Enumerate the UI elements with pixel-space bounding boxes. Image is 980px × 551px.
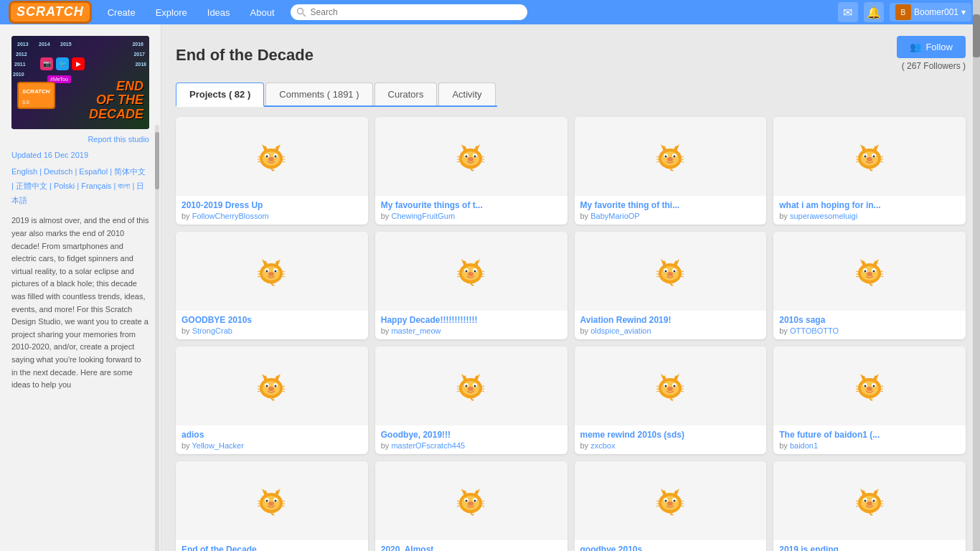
tab-projects[interactable]: Projects ( 82 ) [176,83,264,107]
banner-year-2012: 2012 [16,52,27,57]
author-link[interactable]: OTTOBOTTO [790,326,839,335]
author-link[interactable]: StrongCrab [192,326,232,335]
project-card[interactable]: The future of baidon1 (... by baidon1 [773,347,966,454]
author-link[interactable]: baidon1 [790,441,818,450]
username: Boomer001 [914,7,958,17]
scratch-3-logo: SCRATCH 3.0 [17,82,55,109]
language-links[interactable]: English | Deutsch | Español | 简体中文 | 正體中… [11,165,149,207]
project-title[interactable]: My favourite things of t... [381,200,562,210]
project-author: by OTTOBOTTO [779,326,960,335]
svg-point-230 [872,499,875,501]
tab-comments[interactable]: Comments ( 1891 ) [265,83,372,105]
project-title[interactable]: 2020, Almost [381,545,562,551]
svg-point-80 [474,270,476,272]
page-scrollbar-thumb[interactable] [973,14,980,57]
project-card[interactable]: 2020, Almost by cohentheturtle [375,461,567,551]
scratch-logo[interactable]: SCRATCH [9,1,92,24]
nav-about[interactable]: About [240,0,285,24]
project-card[interactable]: End of the Decade by Pipko411 [176,461,368,551]
tab-activity[interactable]: Activity [438,83,495,105]
project-card[interactable]: Happy Decade!!!!!!!!!!!!! by master_meow [375,232,567,339]
project-title[interactable]: Goodbye, 2019!!! [381,430,562,440]
banner-year-2016: 2016 [132,42,143,47]
project-title[interactable]: goodbye 2010s [580,545,761,551]
svg-point-215 [673,499,675,501]
project-info: My favourite things of t... by ChewingFr… [375,196,567,225]
author-link[interactable]: zxcbox [590,441,615,450]
tab-curators[interactable]: Curators [374,83,438,105]
project-author: by master_meow [381,326,562,335]
nav-ideas[interactable]: Ideas [197,0,240,24]
project-author: by baidon1 [779,441,960,450]
user-menu[interactable]: B Boomer001 ▾ [890,3,971,22]
project-info: meme rewind 2010s (sds) by zxcbox [575,425,767,454]
svg-point-111 [867,272,872,276]
project-card[interactable]: what i am hoping for in... by superaweso… [773,117,966,225]
author-link[interactable]: BabyMarioOP [590,212,639,220]
search-input[interactable] [291,4,527,20]
project-title[interactable]: meme rewind 2010s (sds) [580,430,761,440]
project-title[interactable]: 2010-2019 Dress Up [182,200,362,210]
report-studio-link[interactable]: Report this studio [11,135,149,143]
project-title[interactable]: Aviation Rewind 2019! [580,315,761,325]
follow-button[interactable]: 👥 Follow [897,36,966,58]
project-card[interactable]: 2019 is ending... by pikansanok [773,461,966,551]
project-title[interactable]: End of the Decade [182,545,362,551]
project-title[interactable]: adios [182,430,362,440]
project-card[interactable]: GOODBYE 2010s by StrongCrab [176,232,368,339]
author-link[interactable]: oldspice_aviation [590,326,651,335]
project-card[interactable]: 2010-2019 Dress Up by FollowCherryBlosso… [176,117,368,225]
svg-point-156 [667,387,673,391]
projects-grid: 2010-2019 Dress Up by FollowCherryBlosso… [176,117,966,551]
page-scrollbar[interactable] [973,0,980,551]
project-title[interactable]: 2010s saga [779,315,960,325]
sidebar-scrollbar[interactable] [155,125,159,551]
svg-point-201 [468,501,473,506]
project-info: My favorite thing of thi... by BabyMario… [575,196,767,225]
author-link[interactable]: Yellow_Hacker [192,441,243,450]
studio-banner-image: 2013 2014 2015 2016 2012 2011 2010 2017 … [11,36,149,129]
project-title[interactable]: 2019 is ending... [779,545,960,551]
project-title[interactable]: My favorite thing of thi... [580,200,761,210]
project-card[interactable]: My favorite thing of thi... by BabyMario… [575,117,767,225]
author-link[interactable]: superawesomeluigi [790,212,857,220]
project-thumbnail [176,347,368,425]
updated-date: Updated 16 Dec 2019 [11,151,149,159]
svg-point-5 [275,155,277,157]
project-title[interactable]: GOODBYE 2010s [182,315,362,325]
svg-point-126 [268,387,274,391]
project-title[interactable]: Happy Decade!!!!!!!!!!!!! [381,315,562,325]
nav-create[interactable]: Create [98,0,146,24]
nav-explore[interactable]: Explore [146,0,197,24]
author-link[interactable]: masterOFscratch445 [391,441,465,450]
project-title[interactable]: what i am hoping for in... [779,200,960,210]
svg-point-64 [266,270,268,272]
project-card[interactable]: goodbye 2010s by imbignoob876 [575,461,767,551]
project-card[interactable]: 2010s saga by OTTOBOTTO [773,232,966,339]
project-thumbnail [375,117,567,196]
tabs-row: Projects ( 82 ) Comments ( 1891 ) Curato… [176,83,966,107]
banner-title-text: ENDOF THEDECADE [89,80,143,122]
svg-point-185 [275,499,277,501]
banner-year-2010: 2010 [13,72,24,77]
project-card[interactable]: meme rewind 2010s (sds) by zxcbox [575,347,767,454]
messages-icon[interactable]: ✉ [838,2,858,22]
svg-point-124 [266,385,268,387]
svg-point-21 [468,157,473,161]
twitter-icon: 🐦 [56,57,69,70]
author-link[interactable]: master_meow [391,326,440,335]
author-link[interactable]: FollowCherryBlossom [192,212,269,220]
project-card[interactable]: adios by Yellow_Hacker [176,347,368,454]
project-info: Aviation Rewind 2019! by oldspice_aviati… [575,311,767,339]
author-link[interactable]: ChewingFruitGum [391,212,455,220]
project-thumbnail [375,461,567,540]
project-card[interactable]: Goodbye, 2019!!! by masterOFscratch445 [375,347,567,454]
sidebar-scrollbar-thumb[interactable] [155,132,159,189]
project-author: by Yellow_Hacker [182,441,362,450]
project-thumbnail [773,461,966,540]
project-card[interactable]: My favourite things of t... by ChewingFr… [375,117,567,225]
project-thumbnail [176,117,368,196]
project-title[interactable]: The future of baidon1 (... [779,430,960,440]
notifications-icon[interactable]: 🔔 [864,2,884,22]
project-card[interactable]: Aviation Rewind 2019! by oldspice_aviati… [575,232,767,339]
